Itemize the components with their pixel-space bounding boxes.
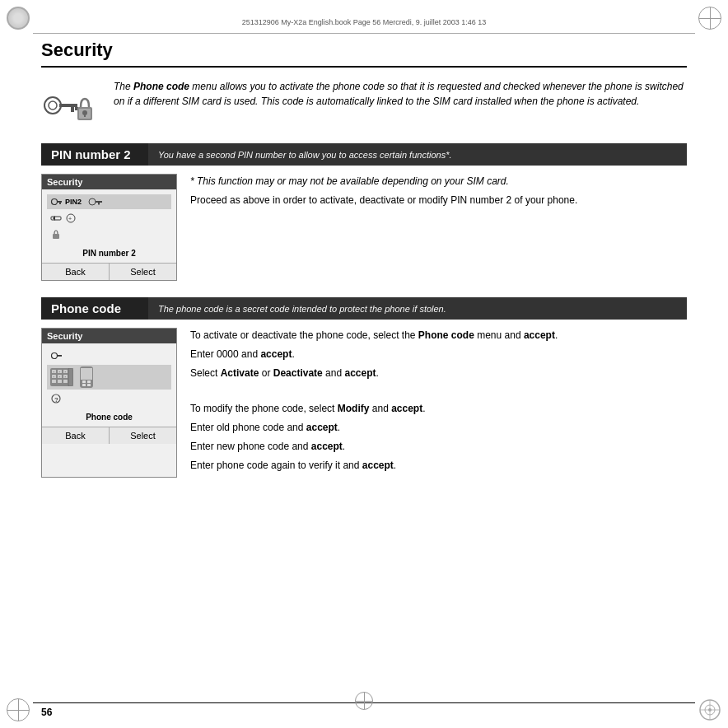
phonecode-select-btn[interactable]: Select [110,427,176,444]
svg-point-25 [52,353,58,359]
page-title: Security [41,40,687,68]
svg-rect-20 [51,217,61,220]
phonecode-line-3: Select Activate or Deactivate and accept… [190,366,687,381]
phonecode-line-2: Enter 0000 and accept. [190,347,687,362]
header-divider [33,33,695,34]
phonecode-desc: The phone code is a secret code intended… [148,300,456,318]
phonecode-menu-item-2: * * * * * * [47,365,171,390]
phonecode-menu-item-1 [47,348,171,363]
phonecode-section: Phone code The phone code is a secret co… [41,297,687,478]
phonecode-body: Security [41,328,687,478]
header-text: 251312906 My-X2a English.book Page 56 Me… [242,18,487,26]
svg-point-5 [44,97,61,114]
pin2-mock-buttons: Back Select [42,263,176,280]
corner-decoration-tr [698,7,721,30]
pin2-body-text: Proceed as above in order to activate, d… [190,193,687,208]
phonecode-title: Phone code [41,297,148,320]
svg-rect-8 [71,107,74,112]
svg-rect-47 [87,380,91,383]
phonecode-line-7: Enter phone code again to verify it and … [190,458,687,474]
pin2-mock-title: Security [42,175,176,189]
pin2-body: Security PIN2 [41,174,687,281]
pin2-menu-list: PIN2 [47,194,171,242]
phonecode-line-5: Enter old phone code and accept. [190,420,687,436]
bottom-center-decoration [355,692,373,710]
svg-rect-16 [59,203,61,204]
svg-rect-15 [57,201,62,203]
phonecode-line-1: To activate or deactivate the phone code… [190,328,687,343]
corner-decoration-br [698,698,721,721]
phonecode-line-6: Enter new phone code and accept. [190,439,687,455]
svg-point-6 [49,101,57,110]
main-content: Security [41,40,687,687]
pin2-header: PIN number 2 You have a second PIN numbe… [41,143,687,166]
svg-rect-18 [96,201,102,203]
header-bar: 251312906 My-X2a English.book Page 56 Me… [33,15,695,30]
pin2-mock-content: PIN2 [42,189,176,263]
svg-rect-26 [57,355,62,357]
svg-rect-24 [53,234,59,239]
svg-rect-13 [84,114,86,117]
pin2-mock-label: PIN number 2 [82,249,135,258]
pin2-menu-item-2: + [47,211,171,226]
phonecode-mock-label: Phone code [86,413,133,422]
phonecode-back-btn[interactable]: Back [42,427,110,444]
intro-text: The Phone code menu allows you to activa… [114,79,687,109]
svg-rect-19 [98,203,100,205]
corner-decoration-tl [7,7,30,30]
phonecode-line-4: To modify the phone code, select Modify … [190,401,687,417]
phonecode-header: Phone code The phone code is a secret co… [41,297,687,320]
svg-rect-49 [87,384,91,386]
pin2-back-btn[interactable]: Back [42,264,110,280]
phonecode-menu-item-3: ? [47,391,171,406]
pin2-desc: You have a second PIN number to allow yo… [148,146,461,164]
pin2-phone-mock: Security PIN2 [41,174,177,281]
phonecode-mock-buttons: Back Select [42,427,176,444]
pin2-menu-item-3 [47,227,171,242]
page-number: 56 [41,707,52,718]
svg-point-17 [89,198,96,205]
phonecode-menu-list: * * * * * * [47,348,171,406]
phonecode-text: To activate or deactivate the phone code… [190,328,687,478]
intro-section: The Phone code menu allows you to activa… [41,79,687,130]
svg-rect-34 [52,380,56,383]
page: 251312906 My-X2a English.book Page 56 Me… [0,0,728,728]
pin2-text: * This function may or may not be availa… [190,174,687,281]
pin2-section: PIN number 2 You have a second PIN numbe… [41,143,687,281]
pin2-note: * This function may or may not be availa… [190,174,687,189]
svg-text:?: ? [54,396,58,404]
svg-rect-35 [58,380,62,383]
svg-rect-46 [82,380,86,383]
svg-rect-48 [82,384,86,386]
svg-rect-7 [59,104,77,107]
pin2-title: PIN number 2 [41,143,148,166]
phonecode-mock-title: Security [42,329,176,343]
svg-rect-36 [63,380,68,383]
phonecode-phone-mock: Security [41,328,177,478]
pin2-menu-item-1: PIN2 [47,194,171,209]
corner-decoration-bl [7,698,30,721]
key-lock-icon [41,82,99,130]
pin2-select-btn[interactable]: Select [110,264,176,280]
svg-rect-45 [81,368,92,380]
svg-text:+: + [68,216,72,222]
svg-point-14 [52,199,58,205]
phonecode-mock-content: * * * * * * [42,343,176,427]
